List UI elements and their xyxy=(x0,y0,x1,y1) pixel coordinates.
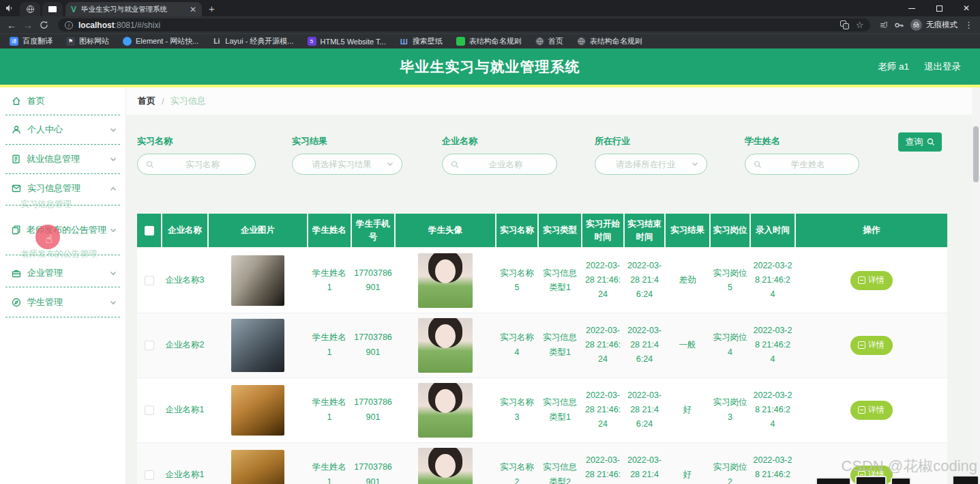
mail-icon xyxy=(12,184,21,193)
sidebar: 首页 个人中心 就业信息管理 实习信息管理 实习信息管理 老师发布的公告管理 老… xyxy=(0,87,126,484)
main-panel: 首页 / 实习信息 实习名称 实习结果 企业名称 xyxy=(126,87,980,484)
user-icon xyxy=(12,125,21,134)
new-tab-button[interactable]: + xyxy=(209,3,215,14)
bookmark-favicon: ⚑ xyxy=(66,37,75,46)
company-photo xyxy=(231,450,284,484)
bookmark-item[interactable]: ⚑图标网站 xyxy=(66,36,109,46)
company-photo xyxy=(231,255,284,306)
divider xyxy=(5,255,120,255)
student-avatar xyxy=(418,383,473,438)
bookmark-favicon: Li xyxy=(212,37,221,46)
bookmark-item[interactable]: Ш搜索壁纸 xyxy=(400,36,443,46)
detail-button[interactable]: 详情 xyxy=(850,336,893,355)
bookmark-favicon xyxy=(535,37,544,46)
detail-icon xyxy=(858,406,865,414)
pages-icon xyxy=(12,225,20,235)
app-header: 毕业生实习与就业管理系统 老师 a1 退出登录 xyxy=(0,48,980,85)
bookmark-item[interactable]: 5HTML5 Website T... xyxy=(308,37,386,46)
bookmark-favicon xyxy=(577,37,586,46)
sidebar-item-teacher-announcements[interactable]: 老师发布的公告管理 xyxy=(0,218,126,242)
page-title: 毕业生实习与就业管理系统 xyxy=(0,48,980,85)
bookmark-favicon: 译 xyxy=(10,37,18,46)
sidebar-item-enterprise[interactable]: 企业管理 xyxy=(0,261,126,285)
forward-icon[interactable]: → xyxy=(23,20,33,30)
password-key-icon[interactable] xyxy=(894,20,904,30)
chevron-down-icon xyxy=(387,162,394,167)
sidebar-item-internship-info[interactable]: 实习信息管理 xyxy=(0,177,126,200)
student-name-input[interactable] xyxy=(766,160,850,169)
sidebar-item-home[interactable]: 首页 xyxy=(0,89,126,113)
row-checkbox[interactable] xyxy=(145,341,154,350)
detail-button[interactable]: 详情 xyxy=(850,271,893,290)
back-icon[interactable]: ← xyxy=(7,20,16,30)
bookmark-item[interactable]: 译百度翻译 xyxy=(10,36,53,46)
hand-cursor-icon: ☝ xyxy=(46,232,53,246)
bookmark-item[interactable]: 首页 xyxy=(535,36,563,46)
bookmark-item[interactable]: 表结构命名规则 xyxy=(456,36,522,46)
breadcrumb-home[interactable]: 首页 xyxy=(138,95,155,107)
internship-name-input[interactable] xyxy=(158,160,247,169)
sidebar-item-personal-center[interactable]: 个人中心 xyxy=(0,118,126,141)
incognito-badge: 无痕模式 xyxy=(910,19,957,31)
window-controls: ✕ xyxy=(898,0,980,16)
row-checkbox[interactable] xyxy=(145,276,154,285)
divider xyxy=(5,173,120,174)
reading-list-icon[interactable]: ≡ℐ xyxy=(880,20,887,30)
internship-result-select[interactable] xyxy=(292,154,402,175)
page-scrollbar[interactable] xyxy=(972,87,980,484)
detail-icon xyxy=(858,341,865,349)
search-button[interactable]: 查询 xyxy=(898,132,942,152)
maximize-button[interactable] xyxy=(925,0,953,16)
address-bar[interactable]: i localhost:8081/#/shixi ☆ xyxy=(58,18,870,31)
logout-link[interactable]: 退出登录 xyxy=(924,61,961,73)
tab-close-icon[interactable]: ✕ xyxy=(190,5,196,14)
search-icon xyxy=(927,138,935,146)
reload-icon[interactable] xyxy=(40,20,48,29)
active-tab[interactable]: V 毕业生实习与就业管理系统 ✕ xyxy=(65,2,202,16)
internship-result-value[interactable] xyxy=(301,160,383,169)
watermark: CSDN @花椒coding xyxy=(841,456,977,476)
chevron-up-icon xyxy=(110,186,117,191)
table-header-row: 企业名称 企业图片 学生姓名 学生手机号 学生头像 实习名称 实习类型 实习开始… xyxy=(137,214,947,248)
detail-button[interactable]: 详情 xyxy=(850,401,893,420)
bookmark-favicon: Ш xyxy=(400,37,409,46)
sidebar-item-students[interactable]: 学生管理 xyxy=(0,291,126,314)
translate-icon[interactable] xyxy=(840,20,849,29)
industry-select[interactable] xyxy=(595,154,707,175)
student-avatar xyxy=(418,448,473,484)
bookmark-item[interactable]: Element - 网站快... xyxy=(123,36,198,46)
bookmark-star-icon[interactable]: ☆ xyxy=(856,20,864,30)
briefcase-icon xyxy=(12,269,21,278)
accent-strip xyxy=(0,85,980,87)
pinned-tab-globe[interactable] xyxy=(20,2,40,16)
company-name-input[interactable] xyxy=(463,160,548,169)
row-checkbox[interactable] xyxy=(145,470,154,480)
scrollbar-thumb[interactable] xyxy=(973,126,979,182)
content-area: 首页 个人中心 就业信息管理 实习信息管理 实习信息管理 老师发布的公告管理 老… xyxy=(0,87,980,484)
url-text: localhost:8081/#/shixi xyxy=(78,20,160,30)
select-all-checkbox[interactable] xyxy=(145,226,154,236)
breadcrumb-current: 实习信息 xyxy=(170,95,206,107)
bookmark-item[interactable]: LiLayui - 经典开源模... xyxy=(212,36,293,46)
current-user-label: 老师 a1 xyxy=(878,61,909,73)
divider xyxy=(5,115,120,115)
minimize-button[interactable] xyxy=(898,0,925,16)
chevron-down-icon xyxy=(110,228,117,233)
site-info-icon[interactable]: i xyxy=(65,21,73,29)
close-button[interactable]: ✕ xyxy=(953,0,980,16)
bookmark-item[interactable]: 表结构命名规则 xyxy=(577,36,642,46)
row-checkbox[interactable] xyxy=(145,405,154,415)
sidebar-item-employment-info[interactable]: 就业信息管理 xyxy=(0,147,126,171)
bookmarks-bar: 译百度翻译 ⚑图标网站 Element - 网站快... LiLayui - 经… xyxy=(0,33,980,48)
search-icon xyxy=(146,160,154,169)
divider xyxy=(5,317,120,317)
breadcrumb: 首页 / 实习信息 xyxy=(126,87,980,115)
browser-menu-icon[interactable]: ⋮ xyxy=(964,20,973,30)
pinned-tab-page[interactable] xyxy=(42,2,63,16)
audio-icon xyxy=(0,0,18,16)
table-row: 企业名称3 学生姓名1 17703786901 实习名称5 实习信息类型1 20… xyxy=(137,248,947,313)
industry-value[interactable] xyxy=(604,160,687,169)
tab-title: 毕业生实习与就业管理系统 xyxy=(81,5,185,14)
cutoff-caption xyxy=(816,477,851,484)
company-photo xyxy=(231,385,284,436)
